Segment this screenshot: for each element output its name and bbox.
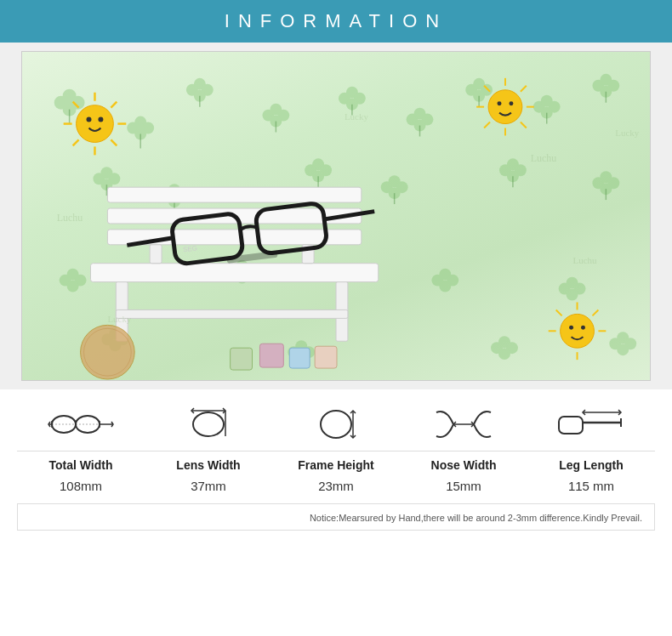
svg-rect-182 <box>559 417 583 434</box>
svg-rect-143 <box>90 264 378 282</box>
product-image-section: SEG Luchu Luchu Luchu Lucky Lucky Lucky <box>0 43 672 389</box>
svg-point-109 <box>77 105 114 143</box>
svg-text:SEG: SEG <box>183 244 198 253</box>
page-title: INFORMATION <box>225 10 447 31</box>
svg-point-179 <box>321 411 351 438</box>
notice-text: Notice:Mearsured by Hand,there will be a… <box>310 513 642 523</box>
svg-rect-146 <box>116 309 348 318</box>
total-width-label: Total Width <box>17 458 145 472</box>
nose-width-label: Nose Width <box>400 458 527 472</box>
svg-point-155 <box>81 325 135 379</box>
nose-width-value: 15mm <box>400 479 527 493</box>
icons-row <box>17 389 655 451</box>
svg-line-119 <box>111 139 117 145</box>
svg-point-9 <box>136 124 145 133</box>
total-width-icon <box>47 404 115 445</box>
svg-point-131 <box>561 314 595 348</box>
svg-line-117 <box>111 102 117 108</box>
frame-height-icon <box>310 402 362 446</box>
leg-length-value: 115 mm <box>527 479 655 493</box>
lens-width-icon <box>183 404 234 445</box>
labels-row: Total Width Lens Width Frame Height Nose… <box>17 451 655 475</box>
leg-length-icon-container <box>527 404 655 445</box>
svg-point-77 <box>567 289 578 301</box>
svg-point-93 <box>617 344 629 355</box>
svg-point-73 <box>439 281 451 292</box>
svg-line-128 <box>521 86 527 92</box>
svg-text:Luchu: Luchu <box>531 152 556 164</box>
svg-point-121 <box>498 101 502 105</box>
frame-height-value: 23mm <box>272 479 400 493</box>
svg-point-110 <box>87 117 92 122</box>
svg-point-133 <box>581 326 585 330</box>
svg-text:Luchu: Luchu <box>57 212 83 224</box>
total-width-icon-container <box>17 404 145 445</box>
svg-point-132 <box>569 326 573 330</box>
svg-line-129 <box>484 122 490 128</box>
svg-rect-147 <box>150 245 162 264</box>
total-width-value: 108mm <box>17 479 145 493</box>
svg-line-138 <box>556 309 562 315</box>
svg-point-176 <box>193 412 224 436</box>
svg-rect-140 <box>107 187 361 202</box>
lens-width-value: 37mm <box>145 479 272 493</box>
nose-width-icon-container <box>400 404 527 445</box>
svg-text:Lucky: Lucky <box>615 128 639 138</box>
nose-width-icon <box>430 404 498 445</box>
product-image: SEG Luchu Luchu Luchu Lucky Lucky Lucky <box>21 51 651 381</box>
svg-line-139 <box>592 309 598 315</box>
svg-rect-158 <box>289 348 310 368</box>
header-bar: INFORMATION <box>0 0 672 43</box>
svg-text:Lucky: Lucky <box>345 111 368 122</box>
svg-point-111 <box>98 117 103 122</box>
notice-bar: Notice:Mearsured by Hand,there will be a… <box>17 503 655 531</box>
background-pattern: SEG Luchu Luchu Luchu Lucky Lucky Lucky <box>22 52 650 380</box>
svg-line-130 <box>521 122 527 128</box>
svg-text:Luchu: Luchu <box>573 255 597 265</box>
svg-rect-153 <box>226 251 277 264</box>
svg-text:Lucky: Lucky <box>107 314 131 324</box>
measurements-section: Total Width Lens Width Frame Height Nose… <box>0 389 672 531</box>
values-row: 108mm 37mm 23mm 15mm 115 mm <box>17 475 655 503</box>
leg-length-icon <box>557 404 625 445</box>
frame-height-icon-container <box>272 402 400 446</box>
svg-point-122 <box>509 101 513 105</box>
svg-rect-157 <box>259 344 283 367</box>
svg-rect-160 <box>231 348 253 370</box>
svg-rect-159 <box>315 346 337 368</box>
svg-point-120 <box>488 90 522 124</box>
svg-point-65 <box>67 281 79 292</box>
svg-line-118 <box>73 139 79 145</box>
lens-width-label: Lens Width <box>145 458 272 472</box>
frame-height-label: Frame Height <box>272 458 400 472</box>
leg-length-label: Leg Length <box>527 458 655 472</box>
svg-point-89 <box>498 348 510 360</box>
lens-width-icon-container <box>145 404 272 445</box>
